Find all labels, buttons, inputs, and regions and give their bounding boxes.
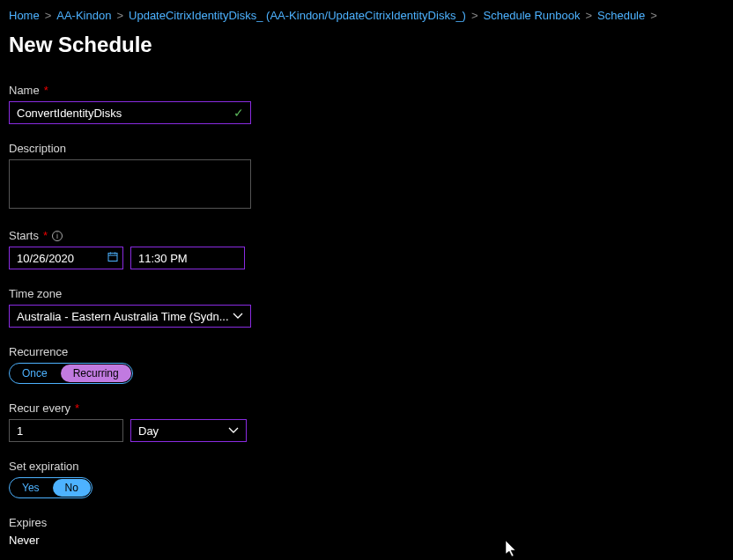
chevron-right-icon: > — [650, 9, 657, 22]
expiration-toggle: Yes No — [9, 477, 93, 498]
recur-every-group: Recur every * Day — [9, 402, 724, 442]
chevron-down-icon — [233, 313, 243, 320]
breadcrumb: Home > AA-Kindon > UpdateCitrixIdentityD… — [9, 9, 724, 22]
required-indicator: * — [43, 229, 48, 242]
timezone-value: Australia - Eastern Australia Time (Sydn… — [17, 310, 229, 323]
recur-every-unit-select[interactable]: Day — [130, 419, 247, 442]
recur-every-unit-value: Day — [138, 424, 159, 438]
recurrence-label: Recurrence — [9, 345, 68, 358]
recur-every-label: Recur every — [9, 402, 70, 415]
breadcrumb-item[interactable]: UpdateCitrixIdentityDisks_ (AA-Kindon/Up… — [129, 9, 466, 22]
description-label: Description — [9, 142, 66, 155]
expires-value: Never — [9, 534, 724, 547]
starts-group: Starts * i — [9, 229, 724, 269]
chevron-down-icon — [228, 427, 239, 434]
expires-group: Expires Never — [9, 516, 724, 547]
recurrence-option-once[interactable]: Once — [10, 364, 60, 383]
starts-date-input[interactable] — [9, 247, 123, 269]
chevron-right-icon: > — [471, 9, 478, 22]
name-group: Name * ✓ — [9, 84, 724, 124]
expiration-label: Set expiration — [9, 460, 79, 473]
description-group: Description — [9, 142, 724, 211]
starts-time-input[interactable] — [130, 247, 245, 269]
recurrence-toggle: Once Recurring — [9, 363, 133, 384]
breadcrumb-item[interactable]: Schedule — [597, 9, 645, 22]
recur-every-input[interactable] — [9, 419, 123, 442]
chevron-right-icon: > — [45, 9, 52, 22]
info-icon[interactable]: i — [52, 231, 63, 241]
recurrence-group: Recurrence Once Recurring — [9, 345, 724, 384]
breadcrumb-item[interactable]: AA-Kindon — [56, 9, 111, 22]
required-indicator: * — [44, 84, 48, 97]
starts-label: Starts — [9, 229, 39, 242]
chevron-right-icon: > — [585, 9, 592, 22]
expires-label: Expires — [9, 516, 47, 529]
name-input[interactable] — [9, 101, 251, 124]
expiration-option-yes[interactable]: Yes — [10, 478, 52, 497]
timezone-select[interactable]: Australia - Eastern Australia Time (Sydn… — [9, 305, 251, 328]
name-label: Name — [9, 84, 40, 97]
description-input[interactable] — [9, 159, 251, 209]
expiration-group: Set expiration Yes No — [9, 460, 724, 498]
page-title: New Schedule — [9, 33, 724, 57]
timezone-group: Time zone Australia - Eastern Australia … — [9, 287, 724, 328]
breadcrumb-home[interactable]: Home — [9, 9, 40, 22]
breadcrumb-item[interactable]: Schedule Runbook — [484, 9, 581, 22]
chevron-right-icon: > — [116, 9, 123, 22]
timezone-label: Time zone — [9, 287, 62, 300]
recurrence-option-recurring[interactable]: Recurring — [61, 365, 131, 382]
expiration-option-no[interactable]: No — [53, 479, 91, 497]
required-indicator: * — [75, 402, 79, 415]
